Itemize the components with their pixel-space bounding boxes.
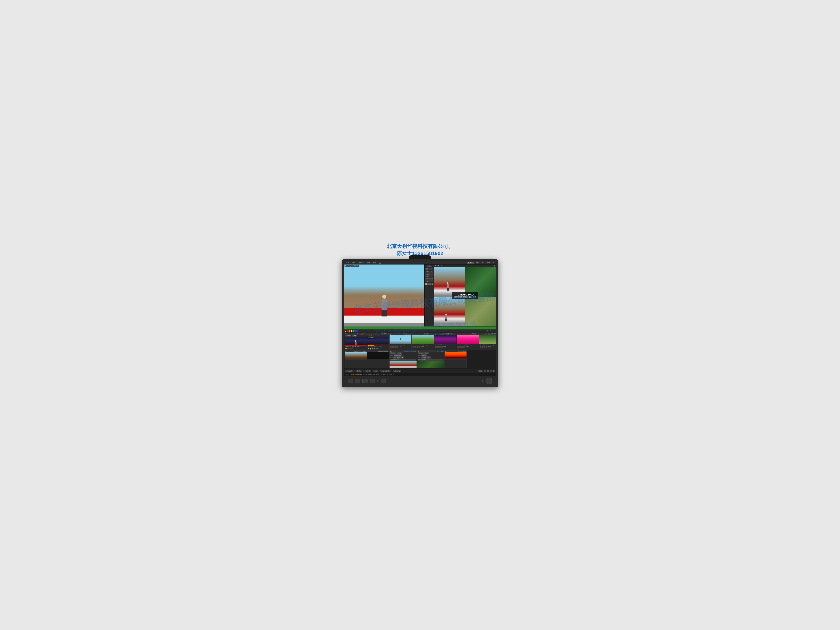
cell7-n3[interactable]: 3 [484,346,485,347]
cell2-cut-btn[interactable]: Cut [376,346,378,347]
capture-btn[interactable]: ⚙ 采刺 [356,370,362,373]
cell10-setup-btn[interactable]: Setup [397,352,402,354]
view-grid-btn[interactable] [487,370,489,372]
cell6-n2[interactable]: 2 [459,346,461,347]
cell7-arrow-btn[interactable]: ▶ [493,344,494,346]
menu-smartcontrol[interactable]: 智控 [475,261,480,264]
cell2-play-btn[interactable]: Play [374,346,376,347]
view-list-btn[interactable] [484,370,486,372]
cell3-n3[interactable]: 3 [394,346,396,348]
trans-cubezoom-btn[interactable]: CubeZoom▼ [425,278,433,280]
trans-ftb-btn[interactable]: FTB▼ [425,280,433,282]
cell6-n1[interactable]: 1 [457,346,459,347]
cell2-n4[interactable]: 4 [374,348,375,349]
cell6-quick-btn[interactable]: Quick [461,344,463,346]
cell6-arrow-btn[interactable]: ▶ [471,344,472,346]
cell4-cut-btn[interactable]: Cut [421,344,423,346]
cell11-camera-btn[interactable]: Camera [418,352,424,354]
cell5-arrow-btn[interactable]: ▶ [448,344,450,346]
cell7-cut-btn[interactable]: Cut [488,344,490,346]
trans-fade-btn[interactable]: Fade▼ [425,271,433,273]
fullscreen-btn[interactable]: 全屏 ▼ [467,262,474,264]
cell7-close-btn[interactable]: Close [480,344,483,346]
trans-slide-btn[interactable]: Slide▼ [425,275,433,278]
multi-edit-btn[interactable]: ⚙ 多密编辑器 [381,370,391,373]
cell11-reset[interactable]: Reset Position [418,359,444,361]
laptop-btn-1[interactable] [348,379,353,383]
cell6-n4[interactable]: 4 [463,346,465,347]
trans-cut-btn[interactable]: 切换▼ [425,268,433,270]
cell2-n2[interactable]: 2 [370,348,371,349]
cell1-n3[interactable]: 3 [349,347,351,349]
mv-gear-icon[interactable]: ⚙ [493,265,495,267]
cell5-cut-btn[interactable]: Cut [444,344,445,346]
cell1-setup-btn[interactable]: Setup [352,335,357,336]
cell4-arrow-btn[interactable]: ▶ [426,344,427,346]
cell3-cut-btn[interactable]: Cut [399,344,401,346]
trans-num-3[interactable]: 3 [429,283,431,285]
cell5-n3[interactable]: 3 [439,346,441,347]
cell7-quick-btn[interactable]: Quick [483,344,486,346]
menu-open[interactable]: 打开 ▼ [358,261,365,264]
external-btn[interactable]: ⚙ 外塑 [365,370,371,373]
cell4-n1[interactable]: 1 [412,346,414,347]
cell1-n4[interactable]: 4 [351,347,353,349]
cell7-n2[interactable]: 2 [482,346,483,347]
cell5-loop-btn[interactable]: Loop [446,344,448,346]
menu-new[interactable]: 新建 [352,261,356,264]
cell5-play-btn[interactable]: Play [441,344,444,346]
cell5-n1[interactable]: 1 [435,346,437,347]
cell2-loop-btn[interactable]: Loop [379,346,381,347]
add-btn[interactable]: 添加 [478,370,483,373]
cell10-input-val[interactable]: 北京城市人文 ▼ [393,356,404,358]
cell3-n2[interactable]: 2 [392,346,394,348]
view-detail-btn[interactable] [489,370,492,372]
cell3-quick-btn[interactable]: Quick [393,344,396,346]
cell4-n3[interactable]: 3 [417,346,418,347]
cell4-n4[interactable]: 4 [418,346,420,347]
trans-num-4[interactable]: 4 [431,283,433,285]
menu-setup[interactable]: 搭设 [345,261,350,264]
cell10-reset[interactable]: Reset Position [390,359,416,361]
cell2-arrow-btn[interactable]: ▶ [381,346,382,347]
cell1-camera-btn[interactable]: Camera [345,335,351,336]
cell3-n1[interactable]: 1 [390,346,392,348]
cell4-quick-btn[interactable]: Quick [415,344,418,346]
cell1-play-btn[interactable]: Play [352,346,354,347]
cell7-n1[interactable]: 1 [480,346,482,347]
cell3-close-btn[interactable]: Close [390,344,393,346]
cell3-play-btn[interactable]: Play [396,344,399,346]
cell1-n2[interactable]: 2 [347,347,349,349]
cell7-n4[interactable]: 4 [486,346,488,347]
menu-help[interactable]: ? [493,262,495,264]
cell1-close-btn[interactable]: Close [345,346,348,347]
cell6-play-btn[interactable]: Play [464,344,466,346]
cell4-n2[interactable]: 2 [415,346,416,347]
status-update[interactable]: Update Available [350,374,360,375]
cell11-layer-val[interactable]: Right ▼ [421,354,427,356]
cell1-quick-btn[interactable]: Quick [348,346,351,347]
cell6-close-btn[interactable]: Close [457,344,460,346]
auto-btn[interactable]: 自動 [373,370,378,373]
cell4-close-btn[interactable]: Close [412,344,415,346]
cell3-n4[interactable]: 4 [396,346,398,348]
cell3-loop-btn[interactable]: Loop [401,344,403,346]
lock-btn[interactable]: 🔒 [493,370,495,372]
cell5-n2[interactable]: 2 [437,346,439,347]
cell4-play-btn[interactable]: Play [419,344,421,346]
laptop-btn-4[interactable] [370,379,375,383]
menu-settings[interactable]: 设置 [486,261,491,264]
playlist-btn[interactable]: ■ 播结列表 [393,370,401,373]
cell6-n3[interactable]: 3 [461,346,463,347]
cell5-close-btn[interactable]: Close [435,344,438,346]
cell1-cut-btn[interactable]: Cut [354,346,356,347]
cell7-loop-btn[interactable]: Loop [491,344,493,346]
menu-save[interactable]: 存档 [366,261,371,264]
cell1-arrow-btn[interactable]: ▶ [359,346,360,347]
cell2-quick-btn[interactable]: Quick [371,346,374,347]
cell7-play-btn[interactable]: Play [486,344,488,346]
cell3-arrow-btn[interactable]: ▶ [404,344,405,346]
cell1-loop-btn[interactable]: Loop [356,346,358,347]
cell11-setup-btn[interactable]: Setup [425,352,429,354]
cell2-n1[interactable]: 1 [368,348,369,349]
